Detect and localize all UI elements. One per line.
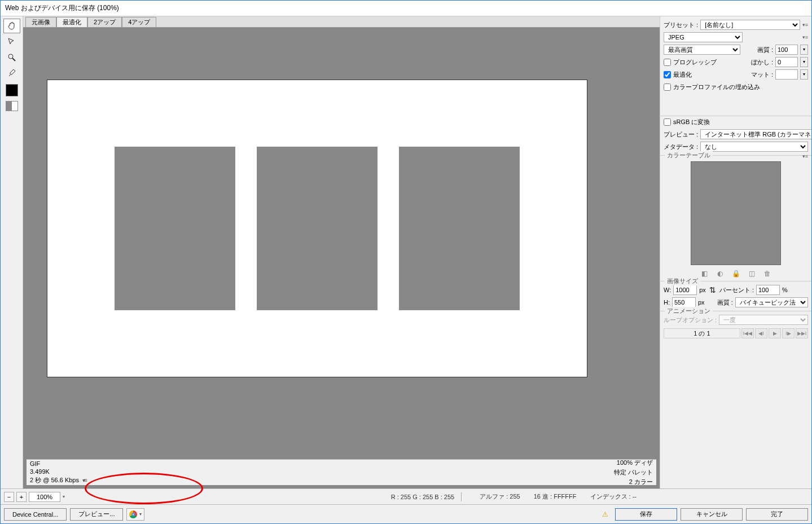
embed-profile-label: カラープロファイルの埋め込み xyxy=(673,83,760,91)
tab-2up[interactable]: 2アップ xyxy=(87,17,122,27)
preview-label: プレビュー : xyxy=(664,130,698,139)
zoom-in-button[interactable]: + xyxy=(16,492,27,502)
anim-first-button[interactable]: I◀◀ xyxy=(741,328,754,338)
w-px: px xyxy=(699,287,706,293)
slice-select-tool[interactable] xyxy=(3,34,20,49)
anim-controls: 1 の 1 I◀◀ ◀I ▶ I▶ ▶▶I xyxy=(660,326,811,341)
eyedropper-tool[interactable] xyxy=(3,66,20,81)
metadata-select[interactable]: なし xyxy=(700,142,808,152)
zoom-out-button[interactable]: − xyxy=(4,492,14,502)
svg-line-1 xyxy=(12,58,15,61)
ct-lock-icon[interactable]: 🔒 xyxy=(732,270,740,278)
artboard xyxy=(47,80,587,377)
animation-legend: アニメーション xyxy=(665,307,713,315)
resample-label: 画質 : xyxy=(717,298,733,307)
ct-new-icon[interactable]: ◫ xyxy=(748,270,756,278)
status-index: インデックス : -- xyxy=(590,492,637,501)
colortable-legend: カラーテーブル xyxy=(665,151,713,160)
colortable-preview[interactable] xyxy=(691,161,781,265)
image-rect-3 xyxy=(399,147,520,310)
info-size: 3.499K xyxy=(30,468,86,475)
toggle-slice-visibility[interactable] xyxy=(6,101,18,111)
h-label: H: xyxy=(664,299,670,306)
svg-point-0 xyxy=(8,54,13,59)
view-tabs: 元画像 最適化 2アップ 4アップ xyxy=(23,16,660,28)
percent-label: パーセント : xyxy=(719,286,754,294)
progressive-label: プログレッシブ xyxy=(673,58,717,67)
zoom-dropdown-icon[interactable]: ▾ xyxy=(63,494,65,499)
button-bar: Device Central... プレビュー... ▾ ⚠ 保存 キャンセル … xyxy=(1,504,811,523)
animation-section: アニメーション ループオプション : 一度 1 の 1 I◀◀ ◀I ▶ I▶ … xyxy=(660,311,811,341)
main-area: 元画像 最適化 2アップ 4アップ GIF 3.499K 2 秒 @ 56.6 … xyxy=(1,16,811,488)
w-label: W: xyxy=(664,287,671,293)
browser-preview-dropdown[interactable]: ▾ xyxy=(126,508,144,521)
blur-dropdown-icon[interactable]: ▾ xyxy=(800,57,808,67)
info-menu-icon[interactable]: ▾≡ xyxy=(82,477,86,483)
tab-4up[interactable]: 4アップ xyxy=(122,17,156,27)
status-hex: 16 進 : FFFFFF xyxy=(534,492,577,501)
quality-label: 画質 : xyxy=(757,46,773,54)
canvas-viewport[interactable] xyxy=(27,31,656,459)
ct-shift-icon[interactable]: ◐ xyxy=(716,270,724,278)
blur-input[interactable] xyxy=(775,57,798,67)
status-rgb: R : 255 G : 255 B : 255 xyxy=(391,494,455,500)
quality-input[interactable] xyxy=(775,45,798,55)
percent-suffix: % xyxy=(782,287,788,293)
tool-palette xyxy=(1,16,23,488)
anim-play-button[interactable]: ▶ xyxy=(769,328,781,338)
imagesize-section: 画像サイズ W: px ⇅ パーセント : % H: px 画質 : バイキュー… xyxy=(660,281,811,309)
percent-input[interactable] xyxy=(756,285,780,295)
matte-label: マット : xyxy=(751,71,773,79)
preview-button[interactable]: プレビュー... xyxy=(70,508,123,521)
preview-select[interactable]: インターネット標準 RGB (カラーマネジメ... xyxy=(700,129,811,139)
link-icon[interactable]: ⇅ xyxy=(708,285,717,294)
blur-label: ぼかし : xyxy=(751,58,773,67)
embed-profile-checkbox[interactable] xyxy=(664,83,671,91)
srgb-label: sRGB に変換 xyxy=(673,118,710,126)
center-area: 元画像 最適化 2アップ 4アップ GIF 3.499K 2 秒 @ 56.6 … xyxy=(23,16,660,488)
colortable-section: カラーテーブル ▾≡ ◧ ◐ 🔒 ◫ 🗑 xyxy=(660,155,811,279)
save-button[interactable]: 保存 xyxy=(615,508,677,521)
matte-swatch[interactable] xyxy=(775,69,798,80)
anim-last-button[interactable]: ▶▶I xyxy=(796,328,808,338)
done-button[interactable]: 完了 xyxy=(746,508,808,521)
format-select[interactable]: JPEG xyxy=(664,32,743,42)
hand-tool[interactable] xyxy=(3,19,20,33)
info-time: 2 秒 @ 56.6 Kbps xyxy=(30,477,79,483)
eyedropper-color-swatch[interactable] xyxy=(6,84,18,96)
format-menu-icon[interactable]: ▾≡ xyxy=(802,34,808,40)
matte-dropdown-icon[interactable]: ▾ xyxy=(800,69,808,80)
warning-icon[interactable]: ⚠ xyxy=(602,510,608,518)
ct-trash-icon[interactable]: 🗑 xyxy=(763,270,771,278)
device-central-button[interactable]: Device Central... xyxy=(4,508,67,521)
optimized-checkbox[interactable] xyxy=(664,71,671,78)
anim-page: 1 の 1 xyxy=(664,328,740,338)
anim-next-button[interactable]: I▶ xyxy=(782,328,795,338)
tab-optimized[interactable]: 最適化 xyxy=(56,17,87,27)
preset-select[interactable]: [名前なし] xyxy=(700,20,800,30)
ct-map-icon[interactable]: ◧ xyxy=(700,270,708,278)
width-input[interactable] xyxy=(673,285,697,295)
zoom-value[interactable]: 100% xyxy=(29,492,60,502)
colortable-menu-icon[interactable]: ▾≡ xyxy=(802,153,808,159)
zoom-tool[interactable] xyxy=(3,50,20,65)
loop-label: ループオプション : xyxy=(664,316,717,324)
info-dither: 100% ディザ xyxy=(614,459,653,467)
quality-preset-select[interactable]: 最高画質 xyxy=(664,45,740,55)
quality-dropdown-icon[interactable]: ▾ xyxy=(800,45,808,55)
info-format: GIF xyxy=(30,460,86,467)
preset-menu-icon[interactable]: ▾≡ xyxy=(802,22,808,28)
loop-select: 一度 xyxy=(719,315,808,325)
imagesize-legend: 画像サイズ xyxy=(665,277,700,285)
cancel-button[interactable]: キャンセル xyxy=(681,508,743,521)
chevron-down-icon: ▾ xyxy=(139,512,142,517)
progressive-checkbox[interactable] xyxy=(664,59,671,66)
resample-select[interactable]: バイキュービック法 xyxy=(735,297,808,307)
titlebar: Web およびデバイス用に保存 (100%) xyxy=(1,1,811,16)
optimized-label: 最適化 xyxy=(673,71,692,79)
height-input[interactable] xyxy=(672,297,696,307)
anim-prev-button[interactable]: ◀I xyxy=(755,328,767,338)
srgb-checkbox[interactable] xyxy=(664,118,671,126)
window-title: Web およびデバイス用に保存 (100%) xyxy=(5,3,119,13)
tab-original[interactable]: 元画像 xyxy=(25,17,56,27)
